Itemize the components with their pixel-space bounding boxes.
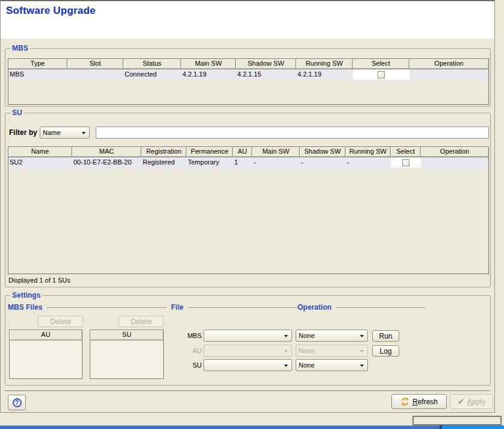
operation-mbs-value: None	[299, 332, 314, 339]
column-header: Operation	[421, 147, 488, 157]
file-section-heading: File	[171, 303, 297, 312]
mbs-cell-operation	[409, 69, 488, 80]
column-header: Running SW	[296, 59, 353, 69]
mbs-group: MBS Type Slot Status Main SW Shadow SW R…	[5, 48, 491, 107]
mbs-cell-type: MBS	[8, 69, 67, 80]
file-su-label: SU	[184, 362, 202, 369]
su-cell-permanence: Temporary	[187, 157, 233, 168]
su-cell-shadow-sw: -	[300, 157, 346, 168]
au-files-list[interactable]: AU	[9, 330, 82, 379]
heading-rule	[336, 307, 425, 308]
mbs-cell-main-sw: 4.2.1.19	[181, 69, 236, 80]
refresh-button-label: Refresh	[412, 398, 438, 406]
operation-su-value: None	[299, 362, 314, 369]
log-button[interactable]: Log	[372, 345, 399, 357]
column-header: Main SW	[181, 59, 236, 69]
mbs-group-label: MBS	[10, 44, 30, 52]
dropdown-arrow-icon	[82, 132, 86, 134]
page-title: Software Upgrade	[6, 5, 96, 17]
column-header: Main SW	[252, 147, 300, 157]
su-select-checkbox[interactable]	[402, 159, 409, 166]
column-header: AU	[233, 147, 252, 157]
operation-section-heading: Operation	[297, 303, 425, 312]
apply-button[interactable]: ✔ Apply	[450, 394, 493, 409]
su-cell-name: SU2	[8, 157, 72, 168]
operation-heading-text: Operation	[297, 303, 332, 312]
column-header: Name	[8, 147, 72, 157]
dropdown-arrow-icon	[360, 335, 364, 337]
column-header: Select	[391, 147, 421, 157]
su-table-row[interactable]: SU2 00-10-E7-E2-BB-20 Registered Tempora…	[8, 157, 488, 168]
delete-au-button[interactable]: Delete	[38, 316, 83, 327]
file-au-select[interactable]	[204, 345, 292, 357]
mbs-table-row[interactable]: MBS Connected 4.2.1.19 4.2.1.15 4.2.1.19	[8, 69, 488, 80]
apply-button-label: Apply	[467, 398, 485, 406]
refresh-button[interactable]: Refresh	[391, 394, 447, 409]
su-cell-registration: Registered	[142, 157, 187, 168]
su-group: SU Filter by Name Name MAC Registration …	[5, 113, 491, 287]
dropdown-arrow-icon	[284, 335, 288, 337]
su-cell-operation	[421, 157, 488, 168]
refresh-arrows-icon	[400, 397, 409, 406]
filter-field-select[interactable]: Name	[40, 127, 90, 139]
mbs-table-header: Type Slot Status Main SW Shadow SW Runni…	[8, 59, 488, 69]
mbs-cell-status: Connected	[123, 69, 181, 80]
dropdown-arrow-icon	[284, 365, 288, 367]
column-header: Type	[8, 59, 67, 69]
column-header: Shadow SW	[300, 147, 346, 157]
checkmark-icon: ✔	[458, 398, 464, 406]
dropdown-arrow-icon	[284, 350, 288, 352]
file-mbs-select[interactable]	[204, 330, 292, 342]
su-table-header: Name MAC Registration Permanence AU Main…	[8, 147, 488, 157]
column-header: Permanence	[187, 147, 233, 157]
dropdown-arrow-icon	[360, 350, 364, 352]
au-files-list-header: AU	[10, 330, 82, 340]
filter-value-input[interactable]	[96, 127, 489, 139]
settings-group-label: Settings	[10, 291, 42, 299]
operation-au-value: None	[299, 347, 314, 354]
operation-mbs-select[interactable]: None	[296, 330, 368, 342]
mbs-files-heading-text: MBS Files	[8, 303, 42, 312]
operation-au-select[interactable]: None	[296, 345, 368, 357]
window-bottom-border-left	[0, 425, 440, 429]
heading-rule	[46, 307, 166, 308]
window-bottom-border	[0, 425, 504, 429]
su-cell-au: 1	[233, 157, 252, 168]
status-progress-box	[412, 416, 502, 425]
column-header: Operation	[409, 59, 488, 69]
delete-su-button[interactable]: Delete	[119, 316, 164, 327]
file-heading-text: File	[171, 303, 184, 312]
column-header: Status	[123, 59, 181, 69]
column-header: Running SW	[346, 147, 391, 157]
su-cell-running-sw: -	[346, 157, 391, 168]
su-files-list[interactable]: SU	[90, 330, 164, 379]
delete-au-button-label: Delete	[50, 318, 71, 326]
run-button-label: Run	[379, 332, 392, 340]
run-button[interactable]: Run	[372, 330, 399, 342]
filter-by-label: Filter by	[9, 128, 37, 137]
help-button[interactable]: ?	[8, 395, 26, 410]
footer-separator	[5, 390, 490, 391]
su-cell-main-sw: -	[252, 157, 300, 168]
heading-rule	[188, 307, 297, 308]
operation-su-select[interactable]: None	[296, 359, 368, 371]
window-bottom-border-right	[442, 425, 504, 429]
file-su-select[interactable]	[204, 359, 292, 371]
column-header: MAC	[72, 147, 142, 157]
column-header: Registration	[142, 147, 187, 157]
software-upgrade-window: Software Upgrade MBS Type Slot Status Ma…	[0, 0, 504, 429]
dropdown-arrow-icon	[360, 365, 364, 367]
filter-field-value: Name	[43, 129, 60, 136]
question-mark-icon: ?	[13, 398, 22, 407]
file-au-label: AU	[184, 347, 202, 355]
column-header: Shadow SW	[236, 59, 296, 69]
delete-su-button-label: Delete	[131, 318, 152, 326]
mbs-select-checkbox[interactable]	[378, 71, 385, 78]
mbs-cell-slot	[67, 69, 123, 80]
mbs-cell-running-sw: 4.2.1.19	[296, 69, 353, 80]
su-table: Name MAC Registration Permanence AU Main…	[8, 146, 489, 274]
column-header: Select	[353, 59, 409, 69]
su-group-label: SU	[10, 108, 24, 117]
su-cell-select	[391, 157, 421, 168]
mbs-cell-select	[353, 69, 409, 80]
